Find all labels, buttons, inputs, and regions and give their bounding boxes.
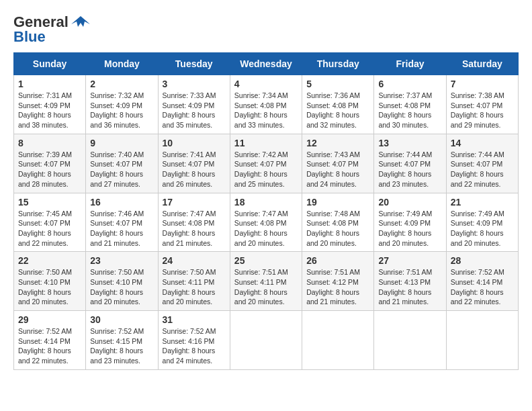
- day-info: Sunrise: 7:47 AMSunset: 4:08 PMDaylight:…: [234, 209, 298, 248]
- day-info: Sunrise: 7:52 AMSunset: 4:14 PMDaylight:…: [18, 326, 81, 366]
- calendar-day-cell: 12Sunrise: 7:43 AMSunset: 4:07 PMDayligh…: [302, 134, 374, 193]
- day-number: 31: [163, 314, 226, 325]
- day-info: Sunrise: 7:52 AMSunset: 4:16 PMDaylight:…: [163, 326, 226, 366]
- day-info: Sunrise: 7:43 AMSunset: 4:07 PMDaylight:…: [306, 150, 369, 189]
- day-number: 14: [451, 138, 514, 148]
- day-info: Sunrise: 7:36 AMSunset: 4:08 PMDaylight:…: [306, 91, 369, 130]
- calendar-day-cell: [302, 311, 374, 370]
- day-number: 9: [90, 138, 153, 148]
- calendar-day-header: Tuesday: [158, 53, 230, 75]
- day-info: Sunrise: 7:49 AMSunset: 4:09 PMDaylight:…: [451, 209, 514, 248]
- logo-bird-icon: [71, 15, 90, 30]
- day-info: Sunrise: 7:31 AMSunset: 4:09 PMDaylight:…: [18, 91, 81, 130]
- day-number: 12: [306, 138, 369, 148]
- day-number: 26: [306, 255, 369, 266]
- calendar-week-row: 1Sunrise: 7:31 AMSunset: 4:09 PMDaylight…: [14, 75, 519, 134]
- day-number: 4: [234, 79, 298, 89]
- calendar-week-row: 29Sunrise: 7:52 AMSunset: 4:14 PMDayligh…: [14, 311, 519, 370]
- calendar-table: SundayMondayTuesdayWednesdayThursdayFrid…: [13, 52, 519, 370]
- calendar-day-cell: 17Sunrise: 7:47 AMSunset: 4:08 PMDayligh…: [158, 193, 230, 252]
- calendar-day-header: Thursday: [302, 53, 374, 75]
- logo-blue-text: Blue: [13, 28, 46, 46]
- day-info: Sunrise: 7:45 AMSunset: 4:07 PMDaylight:…: [18, 209, 81, 248]
- calendar-day-cell: 30Sunrise: 7:52 AMSunset: 4:15 PMDayligh…: [86, 311, 158, 370]
- day-info: Sunrise: 7:51 AMSunset: 4:11 PMDaylight:…: [234, 267, 298, 307]
- day-info: Sunrise: 7:51 AMSunset: 4:12 PMDaylight:…: [306, 267, 369, 307]
- calendar-day-cell: 14Sunrise: 7:44 AMSunset: 4:07 PMDayligh…: [446, 134, 518, 193]
- calendar-day-cell: 18Sunrise: 7:47 AMSunset: 4:08 PMDayligh…: [230, 193, 302, 252]
- day-info: Sunrise: 7:52 AMSunset: 4:15 PMDaylight:…: [90, 326, 153, 366]
- day-info: Sunrise: 7:50 AMSunset: 4:10 PMDaylight:…: [90, 267, 153, 307]
- day-info: Sunrise: 7:41 AMSunset: 4:07 PMDaylight:…: [163, 150, 226, 189]
- day-info: Sunrise: 7:32 AMSunset: 4:09 PMDaylight:…: [90, 91, 153, 130]
- calendar-day-header: Friday: [374, 53, 446, 75]
- day-info: Sunrise: 7:44 AMSunset: 4:07 PMDaylight:…: [451, 150, 514, 189]
- day-info: Sunrise: 7:42 AMSunset: 4:07 PMDaylight:…: [234, 150, 298, 189]
- calendar-day-cell: 23Sunrise: 7:50 AMSunset: 4:10 PMDayligh…: [86, 252, 158, 311]
- day-info: Sunrise: 7:50 AMSunset: 4:10 PMDaylight:…: [18, 267, 81, 307]
- calendar-day-cell: [230, 311, 302, 370]
- calendar-day-cell: 8Sunrise: 7:39 AMSunset: 4:07 PMDaylight…: [14, 134, 86, 193]
- day-number: 7: [451, 79, 514, 89]
- day-number: 28: [451, 255, 514, 266]
- calendar-day-cell: 5Sunrise: 7:36 AMSunset: 4:08 PMDaylight…: [302, 75, 374, 134]
- day-number: 8: [18, 138, 81, 148]
- page-header: General Blue: [13, 13, 519, 46]
- day-info: Sunrise: 7:39 AMSunset: 4:07 PMDaylight:…: [18, 150, 81, 189]
- day-number: 19: [306, 197, 369, 208]
- day-info: Sunrise: 7:48 AMSunset: 4:08 PMDaylight:…: [306, 209, 369, 248]
- day-number: 11: [234, 138, 298, 148]
- calendar-day-header: Monday: [86, 53, 158, 75]
- day-info: Sunrise: 7:38 AMSunset: 4:07 PMDaylight:…: [451, 91, 514, 130]
- calendar-day-cell: 10Sunrise: 7:41 AMSunset: 4:07 PMDayligh…: [158, 134, 230, 193]
- day-number: 5: [306, 79, 369, 89]
- calendar-day-cell: 20Sunrise: 7:49 AMSunset: 4:09 PMDayligh…: [374, 193, 446, 252]
- calendar-day-cell: 9Sunrise: 7:40 AMSunset: 4:07 PMDaylight…: [86, 134, 158, 193]
- day-info: Sunrise: 7:44 AMSunset: 4:07 PMDaylight:…: [378, 150, 441, 189]
- svg-marker-0: [71, 16, 90, 27]
- calendar-day-cell: 3Sunrise: 7:33 AMSunset: 4:09 PMDaylight…: [158, 75, 230, 134]
- day-number: 2: [90, 79, 153, 89]
- calendar-day-header: Wednesday: [230, 53, 302, 75]
- day-info: Sunrise: 7:33 AMSunset: 4:09 PMDaylight:…: [163, 91, 226, 130]
- day-info: Sunrise: 7:51 AMSunset: 4:13 PMDaylight:…: [378, 267, 441, 307]
- day-info: Sunrise: 7:40 AMSunset: 4:07 PMDaylight:…: [90, 150, 153, 189]
- calendar-day-cell: 22Sunrise: 7:50 AMSunset: 4:10 PMDayligh…: [14, 252, 86, 311]
- day-number: 10: [163, 138, 226, 148]
- day-info: Sunrise: 7:46 AMSunset: 4:07 PMDaylight:…: [90, 209, 153, 248]
- day-number: 29: [18, 314, 81, 325]
- calendar-day-cell: 16Sunrise: 7:46 AMSunset: 4:07 PMDayligh…: [86, 193, 158, 252]
- calendar-day-cell: 1Sunrise: 7:31 AMSunset: 4:09 PMDaylight…: [14, 75, 86, 134]
- calendar-day-cell: 25Sunrise: 7:51 AMSunset: 4:11 PMDayligh…: [230, 252, 302, 311]
- calendar-day-cell: 2Sunrise: 7:32 AMSunset: 4:09 PMDaylight…: [86, 75, 158, 134]
- calendar-day-cell: 24Sunrise: 7:50 AMSunset: 4:11 PMDayligh…: [158, 252, 230, 311]
- calendar-day-cell: 19Sunrise: 7:48 AMSunset: 4:08 PMDayligh…: [302, 193, 374, 252]
- day-number: 13: [378, 138, 441, 148]
- calendar-week-row: 22Sunrise: 7:50 AMSunset: 4:10 PMDayligh…: [14, 252, 519, 311]
- day-number: 24: [163, 255, 226, 266]
- day-info: Sunrise: 7:50 AMSunset: 4:11 PMDaylight:…: [163, 267, 226, 307]
- calendar-day-cell: 21Sunrise: 7:49 AMSunset: 4:09 PMDayligh…: [446, 193, 518, 252]
- day-number: 15: [18, 197, 81, 208]
- calendar-header-row: SundayMondayTuesdayWednesdayThursdayFrid…: [14, 53, 519, 75]
- calendar-day-cell: [446, 311, 518, 370]
- calendar-day-cell: 29Sunrise: 7:52 AMSunset: 4:14 PMDayligh…: [14, 311, 86, 370]
- day-number: 17: [163, 197, 226, 208]
- day-number: 3: [163, 79, 226, 89]
- calendar-day-cell: 15Sunrise: 7:45 AMSunset: 4:07 PMDayligh…: [14, 193, 86, 252]
- calendar-day-cell: 26Sunrise: 7:51 AMSunset: 4:12 PMDayligh…: [302, 252, 374, 311]
- calendar-week-row: 8Sunrise: 7:39 AMSunset: 4:07 PMDaylight…: [14, 134, 519, 193]
- day-number: 27: [378, 255, 441, 266]
- day-number: 30: [90, 314, 153, 325]
- calendar-day-cell: 13Sunrise: 7:44 AMSunset: 4:07 PMDayligh…: [374, 134, 446, 193]
- day-number: 23: [90, 255, 153, 266]
- calendar-week-row: 15Sunrise: 7:45 AMSunset: 4:07 PMDayligh…: [14, 193, 519, 252]
- day-number: 18: [234, 197, 298, 208]
- calendar-day-cell: 27Sunrise: 7:51 AMSunset: 4:13 PMDayligh…: [374, 252, 446, 311]
- calendar-day-cell: 6Sunrise: 7:37 AMSunset: 4:08 PMDaylight…: [374, 75, 446, 134]
- calendar-day-cell: 31Sunrise: 7:52 AMSunset: 4:16 PMDayligh…: [158, 311, 230, 370]
- day-info: Sunrise: 7:47 AMSunset: 4:08 PMDaylight:…: [163, 209, 226, 248]
- day-number: 21: [451, 197, 514, 208]
- day-info: Sunrise: 7:49 AMSunset: 4:09 PMDaylight:…: [378, 209, 441, 248]
- calendar-day-cell: 4Sunrise: 7:34 AMSunset: 4:08 PMDaylight…: [230, 75, 302, 134]
